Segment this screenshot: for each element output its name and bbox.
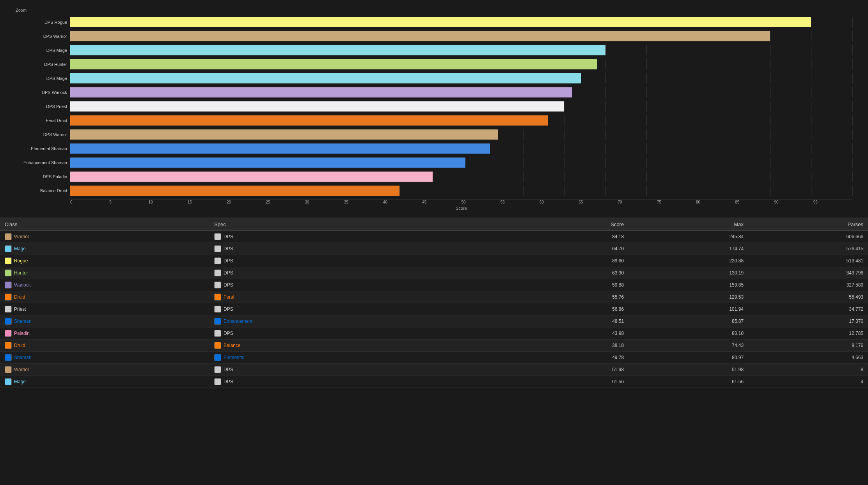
spec-cell: DPS bbox=[209, 255, 509, 267]
x-axis-label: 15 bbox=[188, 200, 227, 204]
spec-name: DPS bbox=[224, 367, 233, 372]
spec-cell: Elemental bbox=[209, 352, 509, 364]
class-name: Druid bbox=[14, 294, 25, 300]
spec-icon bbox=[214, 366, 221, 373]
spec-name: DPS bbox=[224, 331, 233, 336]
parses-cell: 327,589 bbox=[748, 279, 868, 291]
table-row: HunterDPS63.30130.19349,796 bbox=[0, 267, 868, 279]
max-cell: 80.10 bbox=[628, 327, 748, 340]
max-cell: 101.94 bbox=[628, 303, 748, 315]
bar-area bbox=[70, 101, 852, 112]
chart-bar-row: DPS Warrior bbox=[16, 128, 852, 141]
x-axis-label: 30 bbox=[305, 200, 344, 204]
class-cell: Warrior bbox=[0, 364, 209, 376]
x-axis-label: 25 bbox=[266, 200, 305, 204]
class-cell: Priest bbox=[0, 303, 209, 315]
spec-name: Enhancement bbox=[224, 319, 252, 324]
class-icon bbox=[5, 257, 12, 264]
spec-cell: DPS bbox=[209, 327, 509, 340]
class-cell: Hunter bbox=[0, 267, 209, 279]
parses-cell: 9,176 bbox=[748, 340, 868, 352]
max-cell: 245.84 bbox=[628, 231, 748, 243]
col-header-spec: Spec bbox=[209, 218, 509, 231]
table-row: MageDPS61.5661.564 bbox=[0, 376, 868, 388]
x-axis-label: 20 bbox=[227, 200, 266, 204]
bar-area bbox=[70, 115, 852, 126]
zoom-label: Zoom bbox=[16, 8, 852, 12]
class-cell: Paladin bbox=[0, 327, 209, 340]
spec-cell: DPS bbox=[209, 231, 509, 243]
spec-icon bbox=[214, 233, 221, 240]
chart-bar-row: Balance Druid bbox=[16, 184, 852, 197]
bar-area bbox=[70, 87, 852, 97]
table-row: PaladinDPS43.9880.1012,785 bbox=[0, 327, 868, 340]
spec-icon bbox=[214, 294, 221, 301]
class-name: Druid bbox=[14, 343, 25, 348]
class-cell: Druid bbox=[0, 291, 209, 303]
score-cell: 43.98 bbox=[509, 327, 628, 340]
chart-bar-row: DPS Warlock bbox=[16, 86, 852, 99]
score-cell: 56.86 bbox=[509, 303, 628, 315]
bar-area bbox=[70, 143, 852, 154]
parses-cell: 4,663 bbox=[748, 352, 868, 364]
bar-label: DPS Warrior bbox=[16, 34, 70, 39]
bar bbox=[70, 87, 572, 97]
parses-cell: 12,785 bbox=[748, 327, 868, 340]
class-name: Shaman bbox=[14, 355, 32, 360]
class-cell: Rogue bbox=[0, 255, 209, 267]
spec-icon bbox=[214, 245, 221, 252]
x-axis-label: 95 bbox=[813, 200, 852, 204]
chart-bar-row: Enhancement Shaman bbox=[16, 156, 852, 169]
max-cell: 80.97 bbox=[628, 352, 748, 364]
chart-bar-row: DPS Mage bbox=[16, 72, 852, 85]
class-name: Warrior bbox=[14, 367, 29, 372]
score-cell: 61.56 bbox=[509, 376, 628, 388]
spec-cell: DPS bbox=[209, 303, 509, 315]
x-axis-label: 65 bbox=[579, 200, 618, 204]
table-row: DruidBalance38.1874.439,176 bbox=[0, 340, 868, 352]
bar-label: DPS Paladin bbox=[16, 174, 70, 179]
table-row: MageDPS64.70174.74576,415 bbox=[0, 243, 868, 255]
x-axis-label: 70 bbox=[618, 200, 657, 204]
score-cell: 49.78 bbox=[509, 352, 628, 364]
max-cell: 61.56 bbox=[628, 376, 748, 388]
class-name: Warlock bbox=[14, 282, 31, 288]
col-header-class: Class bbox=[0, 218, 209, 231]
class-name: Shaman bbox=[14, 319, 32, 324]
parses-cell: 55,493 bbox=[748, 291, 868, 303]
chart-bar-row: DPS Hunter bbox=[16, 58, 852, 71]
data-table: Class Spec Score Max Parses WarriorDPS84… bbox=[0, 218, 868, 388]
x-axis-label: 85 bbox=[735, 200, 774, 204]
spec-cell: Feral bbox=[209, 291, 509, 303]
score-cell: 51.98 bbox=[509, 364, 628, 376]
bar bbox=[70, 158, 465, 168]
spec-icon bbox=[214, 330, 221, 337]
x-axis-label: 40 bbox=[383, 200, 422, 204]
table-row: WarriorDPS84.18245.84606,666 bbox=[0, 231, 868, 243]
table-row: PriestDPS56.86101.9434,772 bbox=[0, 303, 868, 315]
spec-icon bbox=[214, 342, 221, 349]
parses-cell: 4 bbox=[748, 376, 868, 388]
col-header-parses: Parses bbox=[748, 218, 868, 231]
x-axis-label: 60 bbox=[540, 200, 579, 204]
bar-label: DPS Hunter bbox=[16, 62, 70, 67]
class-cell: Shaman bbox=[0, 352, 209, 364]
table-row: ShamanElemental49.7880.974,663 bbox=[0, 352, 868, 364]
max-cell: 51.98 bbox=[628, 364, 748, 376]
spec-icon bbox=[214, 378, 221, 385]
x-axis-label: 50 bbox=[462, 200, 501, 204]
class-icon bbox=[5, 233, 12, 240]
class-icon bbox=[5, 245, 12, 252]
score-cell: 55.76 bbox=[509, 291, 628, 303]
score-cell: 48.51 bbox=[509, 315, 628, 327]
spec-icon bbox=[214, 281, 221, 289]
max-cell: 220.88 bbox=[628, 255, 748, 267]
class-cell: Druid bbox=[0, 340, 209, 352]
x-axis-label: 80 bbox=[696, 200, 735, 204]
bar-area bbox=[70, 59, 852, 69]
class-cell: Shaman bbox=[0, 315, 209, 327]
spec-cell: DPS bbox=[209, 267, 509, 279]
bar bbox=[70, 129, 498, 140]
spec-icon bbox=[214, 269, 221, 276]
max-cell: 129.53 bbox=[628, 291, 748, 303]
